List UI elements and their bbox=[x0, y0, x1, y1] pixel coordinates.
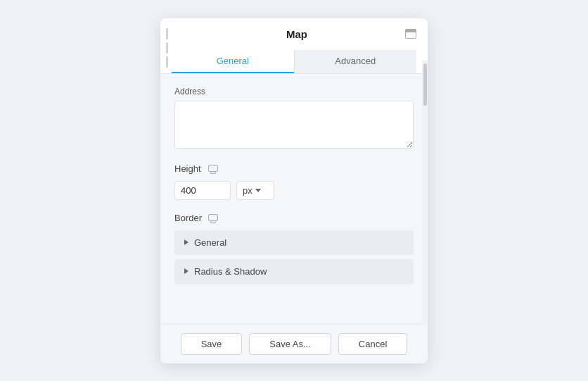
height-row: Height bbox=[174, 163, 414, 174]
chevron-right-icon-2 bbox=[184, 268, 188, 274]
accordion-radius-shadow: Radius & Shadow bbox=[174, 259, 414, 284]
dialog-body: Address Height px Border General bbox=[160, 74, 428, 324]
accordion-radius-shadow-label: Radius & Shadow bbox=[194, 266, 267, 277]
height-input-group: px bbox=[174, 181, 414, 200]
height-label: Height bbox=[174, 163, 201, 174]
border-label: Border bbox=[174, 213, 202, 223]
border-label-row: Border bbox=[174, 213, 414, 223]
cancel-button[interactable]: Cancel bbox=[338, 333, 407, 355]
monitor-icon bbox=[208, 165, 218, 172]
drag-handle[interactable] bbox=[166, 28, 168, 68]
address-input[interactable] bbox=[174, 101, 414, 149]
tab-bar: General Advanced bbox=[172, 50, 416, 73]
tab-general[interactable]: General bbox=[172, 50, 294, 73]
chevron-down-icon bbox=[255, 189, 261, 192]
dialog-footer: Save Save As... Cancel bbox=[160, 324, 428, 363]
accordion-general-header[interactable]: General bbox=[174, 230, 414, 255]
save-as-button[interactable]: Save As... bbox=[249, 333, 331, 355]
window-restore-icon[interactable] bbox=[405, 29, 416, 39]
dialog-header: Map General Advanced bbox=[160, 18, 428, 74]
height-input[interactable] bbox=[174, 181, 231, 200]
unit-label: px bbox=[243, 185, 253, 196]
address-label: Address bbox=[174, 87, 414, 96]
save-button[interactable]: Save bbox=[181, 333, 243, 355]
title-row: Map bbox=[172, 28, 416, 40]
scrollbar-thumb[interactable] bbox=[423, 63, 427, 106]
chevron-right-icon bbox=[184, 239, 188, 245]
accordion-radius-shadow-header[interactable]: Radius & Shadow bbox=[174, 259, 414, 284]
map-dialog: Map General Advanced Address Height px B… bbox=[160, 18, 428, 363]
border-monitor-icon bbox=[208, 214, 218, 221]
accordion-general-label: General bbox=[194, 237, 226, 248]
accordion-general: General bbox=[174, 230, 414, 255]
unit-select[interactable]: px bbox=[236, 181, 274, 200]
scrollbar-track bbox=[422, 61, 428, 325]
dialog-title: Map bbox=[286, 28, 307, 40]
tab-advanced[interactable]: Advanced bbox=[294, 50, 417, 73]
